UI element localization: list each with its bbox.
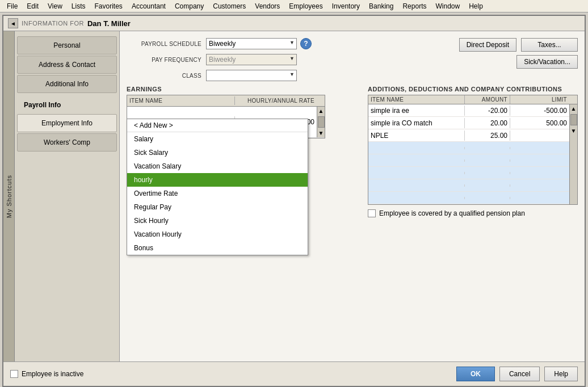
direct-deposit-button[interactable]: Direct Deposit: [459, 38, 516, 52]
dropdown-item-regular-pay[interactable]: Regular Pay: [127, 200, 308, 214]
additions-amount-3: 25.00: [465, 131, 510, 141]
earnings-dropdown: < Add New > Salary Sick Salary Vacation …: [127, 119, 308, 255]
additions-scroll-up[interactable]: ▲: [570, 104, 578, 113]
menu-file[interactable]: File: [2, 1, 22, 11]
dropdown-item-sick-hourly[interactable]: Sick Hourly: [127, 214, 308, 228]
additions-row-1: simple ira ee -20.00 -500.00: [368, 104, 569, 117]
additions-row-8: [368, 192, 569, 204]
dropdown-add-new[interactable]: < Add New >: [127, 119, 308, 132]
class-label: CLASS: [127, 73, 206, 79]
menu-edit[interactable]: Edit: [22, 1, 43, 11]
menu-reports[interactable]: Reports: [398, 1, 431, 11]
earnings-col-item: ITEM NAME: [127, 96, 235, 105]
menu-window[interactable]: Window: [431, 1, 464, 11]
dropdown-item-sick-salary[interactable]: Sick Salary: [127, 146, 308, 159]
menu-employees[interactable]: Employees: [284, 1, 327, 11]
help-button[interactable]: Help: [544, 367, 578, 381]
help-icon-button[interactable]: ?: [300, 38, 312, 49]
menu-vendors[interactable]: Vendors: [250, 1, 284, 11]
sick-vacation-button[interactable]: Sick/Vacation...: [516, 55, 578, 69]
additions-col-limit: LIMIT: [510, 95, 569, 104]
additions-item-3: NPLE: [368, 131, 465, 141]
sidebar-item-additional[interactable]: Additional Info: [17, 75, 117, 93]
dropdown-item-bonus[interactable]: Bonus: [127, 241, 308, 255]
additions-item-1: simple ira ee: [368, 106, 465, 116]
dropdown-item-vacation-salary[interactable]: Vacation Salary: [127, 159, 308, 173]
nav-arrow-left[interactable]: ◄: [8, 18, 18, 28]
sidebar-item-address[interactable]: Address & Contact: [17, 56, 117, 74]
sidebar-section-payroll: Payroll Info: [15, 96, 119, 113]
additions-col-amount: AMOUNT: [465, 95, 510, 104]
ok-button[interactable]: OK: [456, 367, 495, 381]
scroll-up-arrow[interactable]: ▲: [317, 107, 325, 115]
dropdown-item-vacation-hourly[interactable]: Vacation Hourly: [127, 228, 308, 241]
additions-scroll-down[interactable]: ▼: [570, 127, 578, 135]
additions-limit-1: -500.00: [510, 106, 569, 116]
pay-frequency-label: PAY FREQUENCY: [127, 57, 206, 63]
additions-row-2: simple ira CO match 20.00 500.00: [368, 117, 569, 129]
pension-label: Employee is covered by a qualified pensi…: [379, 209, 525, 217]
menu-accountant[interactable]: Accountant: [127, 1, 170, 11]
additions-limit-3: [510, 134, 569, 137]
sidebar-item-employment[interactable]: Employment Info: [17, 114, 117, 132]
my-shortcuts-label[interactable]: My Shortcuts: [6, 175, 12, 218]
menu-inventory[interactable]: Inventory: [327, 1, 364, 11]
dropdown-item-overtime[interactable]: Overtime Rate: [127, 187, 308, 200]
sidebar-item-personal[interactable]: Personal: [17, 36, 117, 54]
additions-row-3: NPLE 25.00: [368, 129, 569, 142]
menu-view[interactable]: View: [43, 1, 67, 11]
menu-help[interactable]: Help: [464, 1, 488, 11]
menu-favorites[interactable]: Favorites: [90, 1, 127, 11]
earnings-title: EARNINGS: [127, 86, 325, 92]
additions-scroll-thumb[interactable]: [570, 114, 577, 125]
additions-amount-2: 20.00: [465, 118, 510, 128]
menu-banking[interactable]: Banking: [364, 1, 398, 11]
additions-row-6: [368, 167, 569, 179]
cancel-button[interactable]: Cancel: [499, 367, 540, 381]
additions-row-7: [368, 179, 569, 192]
scroll-down-arrow[interactable]: ▼: [317, 129, 325, 137]
additions-item-2: simple ira CO match: [368, 118, 465, 128]
dropdown-item-hourly[interactable]: hourly: [127, 173, 308, 187]
taxes-button[interactable]: Taxes...: [521, 38, 578, 52]
pension-checkbox[interactable]: [368, 209, 376, 217]
scroll-thumb[interactable]: [318, 116, 325, 128]
payroll-schedule-label: PAYROLL SCHEDULE: [127, 41, 206, 47]
sidebar-item-workers-comp[interactable]: Workers' Comp: [17, 133, 117, 152]
inactive-checkbox[interactable]: [10, 370, 18, 378]
employee-name: Dan T. Miller: [87, 19, 131, 28]
additions-row-5: [368, 154, 569, 167]
additions-row-4: [368, 142, 569, 154]
info-label: INFORMATION FOR: [22, 20, 84, 27]
inactive-label: Employee is inactive: [22, 370, 83, 378]
pay-frequency-select[interactable]: Biweekly: [206, 54, 297, 65]
menu-lists[interactable]: Lists: [67, 1, 90, 11]
additions-title: ADDITIONS, DEDUCTIONS AND COMPANY CONTRI…: [368, 86, 578, 92]
class-select[interactable]: [206, 70, 297, 81]
menu-customers[interactable]: Customers: [208, 1, 250, 11]
menu-company[interactable]: Company: [170, 1, 208, 11]
additions-amount-1: -20.00: [465, 106, 510, 116]
additions-col-item: ITEM NAME: [368, 95, 465, 104]
earnings-col-rate: HOURLY/ANNUAL RATE: [235, 96, 317, 105]
payroll-schedule-select[interactable]: Biweekly: [206, 38, 297, 49]
additions-limit-2: 500.00: [510, 118, 569, 128]
dropdown-item-salary[interactable]: Salary: [127, 132, 308, 146]
